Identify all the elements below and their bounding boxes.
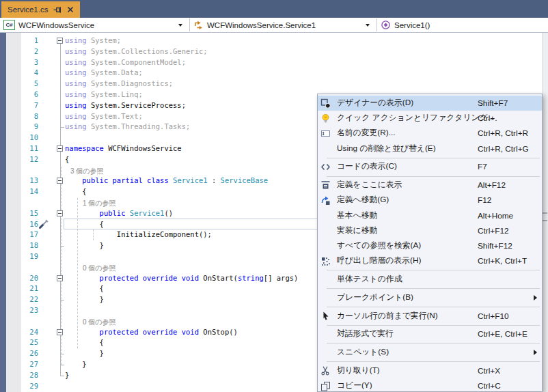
- code-line[interactable]: 3using System.ComponentModel;: [0, 57, 548, 68]
- menu-item-run-to-cursor[interactable]: カーソル行の前まで実行(N)Ctrl+F10: [318, 308, 542, 323]
- code-text[interactable]: public partial class Service1 : ServiceB…: [65, 176, 268, 186]
- line-number[interactable]: 29: [22, 381, 38, 392]
- menu-item-create-unit-tests[interactable]: 単体テストの作成: [318, 272, 542, 287]
- line-number[interactable]: 17: [22, 229, 38, 240]
- code-text[interactable]: {: [65, 154, 69, 165]
- line-number[interactable]: 20: [22, 273, 38, 284]
- code-text[interactable]: using System.Text;: [65, 111, 143, 122]
- menu-item-rename[interactable]: 名前の変更(R)...Ctrl+R, Ctrl+R: [318, 126, 542, 141]
- menu-item-quick-actions-refactorings[interactable]: クイック アクションとリファクタリング...Ctrl+.: [318, 111, 542, 126]
- line-number[interactable]: 5: [22, 79, 38, 89]
- fold-collapse-box[interactable]: [57, 210, 63, 216]
- code-line[interactable]: 2using System.Collections.Generic;: [0, 46, 548, 57]
- line-number[interactable]: 28: [22, 370, 38, 381]
- code-text[interactable]: using System.Linq;: [65, 89, 143, 100]
- fold-collapse-box[interactable]: [57, 329, 63, 335]
- code-text[interactable]: }: [65, 359, 87, 370]
- code-text[interactable]: using System.Threading.Tasks;: [65, 122, 190, 132]
- code-text[interactable]: protected override void OnStop(): [65, 327, 238, 338]
- code-text[interactable]: using System.ComponentModel;: [65, 57, 186, 68]
- code-text[interactable]: }: [65, 370, 69, 381]
- line-number[interactable]: 16: [22, 219, 38, 230]
- code-text[interactable]: }: [65, 240, 104, 251]
- line-number[interactable]: 2: [22, 46, 38, 57]
- line-number[interactable]: 13: [22, 176, 38, 186]
- line-number[interactable]: 7: [22, 100, 38, 111]
- menu-item-label: 定義へ移動(G): [337, 195, 389, 206]
- code-text[interactable]: {: [65, 283, 104, 294]
- line-number[interactable]: 4: [22, 68, 38, 79]
- menu-item-breakpoint[interactable]: ブレークポイント(B): [318, 290, 542, 305]
- code-line[interactable]: 1using System;: [0, 36, 548, 46]
- menu-item-snippet[interactable]: スニペット(S): [318, 345, 542, 360]
- line-number[interactable]: 8: [22, 111, 38, 122]
- code-text[interactable]: using System.ServiceProcess;: [65, 100, 186, 111]
- line-number[interactable]: 26: [22, 348, 38, 359]
- line-number[interactable]: 6: [22, 89, 38, 100]
- pin-icon[interactable]: [53, 5, 61, 14]
- menu-item-go-to-definition[interactable]: 定義へ移動(G)F12: [318, 193, 542, 208]
- line-number[interactable]: 27: [22, 359, 38, 370]
- menu-item-peek-definition[interactable]: 定義をここに表示Alt+F12: [318, 178, 542, 193]
- line-number[interactable]: 18: [22, 240, 38, 251]
- menu-item-cut[interactable]: 切り取り(T)Ctrl+X: [318, 363, 542, 378]
- line-number[interactable]: 14: [22, 186, 38, 197]
- line-number[interactable]: 1: [22, 36, 38, 46]
- code-text[interactable]: using System.Collections.Generic;: [65, 46, 208, 57]
- codelens-references[interactable]: 0 個の参照: [83, 317, 116, 328]
- tab-service1-cs[interactable]: Service1.cs: [1, 1, 80, 18]
- code-text[interactable]: using System.Diagnostics;: [65, 79, 173, 89]
- code-text[interactable]: InitializeComponent();: [65, 229, 212, 240]
- code-line[interactable]: 5using System.Diagnostics;: [0, 79, 548, 89]
- fold-collapse-box[interactable]: [57, 178, 63, 184]
- type-dropdown[interactable]: WCFWindowsService.Service1: [190, 18, 376, 32]
- line-number[interactable]: 3: [22, 57, 38, 68]
- code-text[interactable]: using System.Data;: [65, 68, 143, 79]
- menu-item-copy[interactable]: コピー(Y)Ctrl+C: [318, 378, 542, 392]
- code-text[interactable]: protected override void OnStart(string[]…: [65, 273, 298, 284]
- line-number[interactable]: 11: [22, 143, 38, 154]
- line-number[interactable]: 10: [22, 132, 38, 143]
- code-line[interactable]: 4using System.Data;: [0, 68, 548, 79]
- dropdown-arrow-icon[interactable]: [178, 24, 182, 27]
- close-icon[interactable]: [66, 5, 74, 14]
- code-text[interactable]: }: [65, 348, 104, 359]
- line-number[interactable]: 23: [22, 305, 38, 316]
- codelens-references[interactable]: 3 個の参照: [70, 166, 104, 177]
- menu-item-view-call-hierarchy[interactable]: 呼び出し階層の表示(H)Ctrl+K, Ctrl+T: [318, 253, 542, 268]
- go-to-definition-icon: [318, 195, 333, 206]
- menu-item-remove-and-sort-usings[interactable]: Using の削除と並び替え(E)Ctrl+R, Ctrl+G: [318, 141, 542, 156]
- code-text[interactable]: }: [65, 294, 104, 305]
- code-text[interactable]: {: [65, 219, 104, 230]
- menu-item-view-designer[interactable]: デザイナーの表示(D)Shift+F7: [318, 96, 542, 111]
- line-number[interactable]: 22: [22, 294, 38, 305]
- menu-item-go-to-implementation[interactable]: 実装に移動Ctrl+F12: [318, 223, 542, 238]
- line-number[interactable]: 15: [22, 208, 38, 219]
- member-dropdown[interactable]: Service1(): [377, 18, 548, 32]
- line-number[interactable]: 21: [22, 283, 38, 294]
- menu-item-find-all-references[interactable]: すべての参照を検索(A)Shift+F12: [318, 238, 542, 253]
- code-text[interactable]: {: [65, 186, 87, 197]
- code-text[interactable]: namespace WCFWindowsService: [65, 143, 182, 154]
- fold-collapse-box[interactable]: [57, 275, 63, 281]
- codelens-references[interactable]: 1 個の参照: [83, 198, 116, 209]
- code-text[interactable]: {: [65, 337, 104, 348]
- project-dropdown[interactable]: C# WCFWindowsService: [0, 18, 189, 32]
- menu-item-view-code[interactable]: コードの表示(C)F7: [318, 159, 542, 174]
- dropdown-arrow-icon[interactable]: [366, 24, 370, 27]
- code-text[interactable]: public Service1(): [65, 208, 173, 219]
- code-text[interactable]: using System;: [65, 36, 121, 46]
- menu-item-shortcut: Shift+F12: [478, 241, 512, 251]
- fold-collapse-box[interactable]: [57, 38, 63, 44]
- fold-collapse-box[interactable]: [57, 145, 63, 152]
- line-number[interactable]: 24: [22, 327, 38, 338]
- line-number[interactable]: 9: [22, 122, 38, 132]
- fold-end-tick: [60, 376, 64, 376]
- line-number[interactable]: 25: [22, 337, 38, 348]
- codelens-references[interactable]: 0 個の参照: [83, 263, 116, 274]
- line-number[interactable]: 19: [22, 251, 38, 262]
- menu-item-shortcut: Alt+Home: [478, 211, 513, 221]
- line-number[interactable]: 12: [22, 154, 38, 165]
- menu-item-execute-in-interactive[interactable]: 対話形式で実行Ctrl+E, Ctrl+E: [318, 326, 542, 341]
- menu-item-go-to-base[interactable]: 基本へ移動Alt+Home: [318, 208, 542, 223]
